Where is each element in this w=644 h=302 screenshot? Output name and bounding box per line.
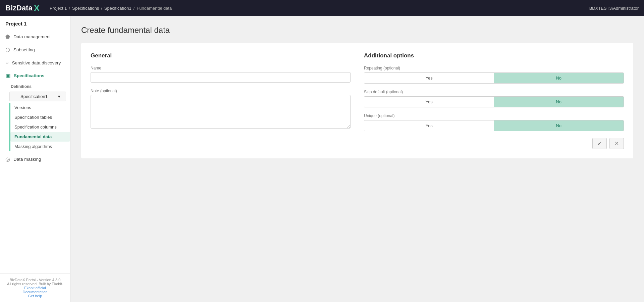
cancel-button[interactable]: ✕ <box>609 138 624 149</box>
note-field-row: Note (optional) <box>91 89 351 130</box>
name-label: Name <box>91 66 351 70</box>
sidebar-label-subsetting: Subsetting <box>13 47 35 52</box>
spec-sub-menu: Versions Specification tables Specificat… <box>9 103 70 151</box>
sidebar-item-fundamental-data[interactable]: Fundamental data <box>10 132 70 142</box>
main-content: Create fundamental data General Name Not… <box>70 16 644 302</box>
unique-label: Unique (optional) <box>364 113 624 118</box>
specification-dropdown[interactable]: Specification1 ▾ <box>9 92 66 101</box>
general-section: General Name Note (optional) <box>91 52 351 149</box>
definitions-label: Definitions <box>5 82 70 90</box>
additional-title: Additional options <box>364 52 624 59</box>
additional-section: Additional options Repeating (optional) … <box>364 52 624 149</box>
specifications-section: Definitions Specification1 ▾ Versions Sp… <box>0 82 70 151</box>
breadcrumb-sep3: / <box>133 6 135 11</box>
sidebar-item-spec-columns[interactable]: Specification columns <box>10 122 70 132</box>
search-icon: ○ <box>5 60 9 66</box>
footer-link-docs[interactable]: Documentation <box>3 290 67 294</box>
skip-default-label: Skip default (optional) <box>364 90 624 94</box>
form-columns: General Name Note (optional) Additional … <box>91 52 624 149</box>
skip-default-toggle: Yes No <box>364 96 624 107</box>
name-input[interactable] <box>91 72 351 83</box>
repeating-toggle-section: Repeating (optional) Yes No <box>364 66 624 84</box>
footer-rights: All rights reserved. Built by Ekobit. <box>3 282 67 286</box>
breadcrumb-current: Fundamental data <box>137 6 172 11</box>
breadcrumb: Project 1 / Specifications / Specificati… <box>50 6 172 11</box>
repeating-no-btn[interactable]: No <box>494 73 624 83</box>
database-icon: ⬟ <box>5 34 10 40</box>
sidebar-item-data-management[interactable]: ⬟ Data management <box>0 30 70 43</box>
breadcrumb-specifications[interactable]: Specifications <box>72 6 99 11</box>
breadcrumb-project[interactable]: Project 1 <box>50 6 67 11</box>
footer-version: BizDataX Portal - Version 4.3.0 <box>3 278 67 282</box>
name-field-row: Name <box>91 66 351 83</box>
topnav: BizDataX Project 1 / Specifications / Sp… <box>0 0 644 16</box>
unique-yes-btn[interactable]: Yes <box>364 120 494 131</box>
repeating-yes-btn[interactable]: Yes <box>364 73 494 83</box>
skip-default-toggle-section: Skip default (optional) Yes No <box>364 90 624 107</box>
skip-default-yes-btn[interactable]: Yes <box>364 97 494 107</box>
general-title: General <box>91 52 351 59</box>
unique-toggle: Yes No <box>364 120 624 131</box>
logo-x: X <box>34 3 40 13</box>
footer-link-ekobit[interactable]: Ekobit official <box>3 286 67 290</box>
sidebar-item-data-masking[interactable]: ◎ Data masking <box>0 153 70 166</box>
sidebar: Project 1 ⬟ Data management ⬡ Subsetting… <box>0 16 70 302</box>
logo[interactable]: BizDataX <box>5 3 40 13</box>
chevron-down-icon: ▾ <box>58 94 60 99</box>
note-label: Note (optional) <box>91 89 351 93</box>
confirm-button[interactable]: ✓ <box>592 138 607 149</box>
spec-dropdown-value: Specification1 <box>20 94 48 99</box>
form-card: General Name Note (optional) Additional … <box>81 43 633 158</box>
sidebar-footer: BizDataX Portal - Version 4.3.0 All righ… <box>0 273 70 302</box>
mask-icon: ◎ <box>5 156 10 162</box>
topnav-user: BDXTEST3\Administrator <box>589 6 639 11</box>
book-icon: ▣ <box>5 72 10 79</box>
sidebar-label-specifications: Specifications <box>14 73 45 78</box>
repeating-label: Repeating (optional) <box>364 66 624 70</box>
sidebar-label-data-management: Data management <box>13 34 51 39</box>
footer-link-help[interactable]: Get help <box>3 294 67 298</box>
page-title: Create fundamental data <box>81 26 633 35</box>
sidebar-label-data-masking: Data masking <box>13 157 41 162</box>
sidebar-item-sensitive-data[interactable]: ○ Sensitive data discovery <box>0 56 70 69</box>
note-textarea[interactable] <box>91 95 351 129</box>
unique-no-btn[interactable]: No <box>494 120 624 131</box>
sidebar-item-specifications[interactable]: ▣ Specifications <box>0 69 70 82</box>
breadcrumb-sep1: / <box>69 6 70 11</box>
sidebar-item-subsetting[interactable]: ⬡ Subsetting <box>0 43 70 56</box>
skip-default-no-btn[interactable]: No <box>494 97 624 107</box>
sidebar-label-sensitive: Sensitive data discovery <box>12 60 61 65</box>
logo-text: BizData <box>5 4 33 12</box>
unique-toggle-section: Unique (optional) Yes No <box>364 113 624 131</box>
breadcrumb-sep2: / <box>101 6 102 11</box>
sidebar-item-versions[interactable]: Versions <box>10 103 70 112</box>
puzzle-icon: ⬡ <box>5 47 10 53</box>
action-bar: ✓ ✕ <box>364 138 624 149</box>
repeating-toggle: Yes No <box>364 72 624 84</box>
sidebar-item-masking-algorithms[interactable]: Masking algorithms <box>10 142 70 151</box>
sidebar-item-spec-tables[interactable]: Specification tables <box>10 112 70 122</box>
breadcrumb-spec1[interactable]: Specification1 <box>104 6 131 11</box>
sidebar-project-label: Project 1 <box>0 16 70 30</box>
